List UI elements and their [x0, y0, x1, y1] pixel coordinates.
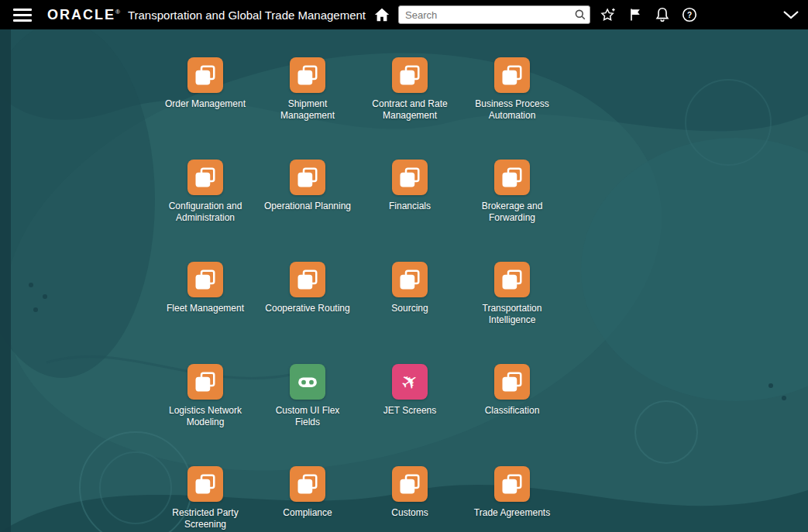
- app-tile-transportation-intelligence[interactable]: Transportation Intelligence: [461, 262, 563, 364]
- app-tile-compliance[interactable]: Compliance: [256, 466, 359, 532]
- stacked-windows-icon: [187, 262, 223, 297]
- app-tile-label: Operational Planning: [264, 201, 351, 212]
- airplane-icon: ✈: [392, 364, 428, 400]
- app-tile-label: Sourcing: [391, 303, 428, 314]
- oracle-logo[interactable]: ORACLE®: [47, 7, 120, 23]
- home-springboard: Order Management Shipment Management Con…: [0, 29, 808, 532]
- app-tile-shipment-management[interactable]: Shipment Management: [256, 57, 359, 160]
- oracle-wordmark: ORACLE: [47, 7, 115, 22]
- top-bar: ORACLE® Transportation and Global Trade …: [0, 0, 808, 29]
- app-tile-label: Shipment Management: [262, 98, 353, 122]
- search-icon[interactable]: [571, 6, 590, 23]
- app-tile-label: Financials: [389, 201, 431, 212]
- stacked-windows-icon: [392, 160, 428, 195]
- app-tile-label: Brokerage and Forwarding: [466, 201, 558, 224]
- stacked-windows-icon: [494, 364, 530, 400]
- app-tile-label: Order Management: [165, 98, 246, 110]
- topbar-icon-group: ?: [598, 5, 700, 25]
- svg-text:?: ?: [687, 11, 692, 19]
- app-tile-label: Logistics Network Modeling: [160, 405, 251, 428]
- flex-fields-icon: [290, 364, 325, 400]
- stacked-windows-icon: [187, 57, 223, 93]
- app-tile-label: JET Screens: [383, 405, 436, 417]
- app-tile-configuration-and-administration[interactable]: Configuration and Administration: [154, 160, 256, 262]
- app-tile-label: Trade Agreements: [474, 507, 550, 519]
- stacked-windows-icon: [187, 364, 223, 400]
- app-tile-custom-ui-flex-fields[interactable]: Custom UI Flex Fields: [256, 364, 359, 466]
- app-tile-restricted-party-screening[interactable]: Restricted Party Screening: [154, 466, 256, 532]
- stacked-windows-icon: [494, 160, 530, 195]
- search-input[interactable]: [399, 7, 571, 22]
- home-icon[interactable]: [372, 5, 392, 25]
- app-tile-fleet-management[interactable]: Fleet Management: [154, 262, 256, 364]
- help-icon[interactable]: ?: [679, 5, 700, 25]
- app-tile-customs[interactable]: Customs: [359, 466, 461, 532]
- app-tile-label: Compliance: [283, 507, 332, 519]
- app-tile-operational-planning[interactable]: Operational Planning: [256, 160, 359, 262]
- app-tile-label: Restricted Party Screening: [160, 507, 251, 530]
- app-tile-label: Cooperative Routing: [265, 303, 349, 314]
- search-box: [398, 5, 590, 24]
- stacked-windows-icon: [290, 262, 325, 297]
- chevron-down-icon[interactable]: [780, 5, 802, 25]
- app-tile-label: Classification: [485, 405, 540, 417]
- app-tile-order-management[interactable]: Order Management: [154, 57, 256, 160]
- app-tile-business-process-automation[interactable]: Business Process Automation: [461, 57, 563, 160]
- notifications-bell-icon[interactable]: [652, 5, 672, 25]
- stacked-windows-icon: [494, 466, 530, 502]
- app-tile-label: Fleet Management: [167, 303, 244, 314]
- app-tile-financials[interactable]: Financials: [359, 160, 461, 262]
- stacked-windows-icon: [494, 262, 530, 297]
- app-tile-label: Configuration and Administration: [160, 201, 251, 224]
- app-title: Transportation and Global Trade Manageme…: [128, 9, 366, 22]
- stacked-windows-icon: [392, 262, 428, 297]
- app-tile-cooperative-routing[interactable]: Cooperative Routing: [256, 262, 359, 364]
- app-tile-contract-and-rate-management[interactable]: Contract and Rate Management: [359, 57, 461, 160]
- registered-mark: ®: [115, 9, 120, 15]
- app-tile-brokerage-and-forwarding[interactable]: Brokerage and Forwarding: [461, 160, 563, 262]
- app-tile-label: Customs: [391, 507, 428, 519]
- flag-icon[interactable]: [625, 5, 645, 25]
- app-tile-grid: Order Management Shipment Management Con…: [154, 57, 563, 532]
- stacked-windows-icon: [290, 160, 325, 195]
- stacked-windows-icon: [392, 57, 428, 93]
- stacked-windows-icon: [494, 57, 530, 93]
- stacked-windows-icon: [290, 466, 325, 502]
- app-tile-sourcing[interactable]: Sourcing: [359, 262, 461, 364]
- app-tile-jet-screens[interactable]: ✈ JET Screens: [359, 364, 461, 466]
- stacked-windows-icon: [290, 57, 325, 93]
- app-tile-classification[interactable]: Classification: [461, 364, 563, 466]
- app-tile-label: Transportation Intelligence: [466, 303, 558, 326]
- stacked-windows-icon: [392, 466, 428, 502]
- app-tile-label: Business Process Automation: [466, 98, 558, 122]
- app-tile-logistics-network-modeling[interactable]: Logistics Network Modeling: [154, 364, 256, 466]
- favorites-star-icon[interactable]: [598, 5, 618, 25]
- stacked-windows-icon: [187, 160, 223, 195]
- menu-icon[interactable]: [13, 9, 32, 22]
- stacked-windows-icon: [187, 466, 223, 502]
- app-tile-label: Custom UI Flex Fields: [262, 405, 353, 428]
- app-tile-trade-agreements[interactable]: Trade Agreements: [461, 466, 563, 532]
- app-tile-label: Contract and Rate Management: [364, 98, 456, 122]
